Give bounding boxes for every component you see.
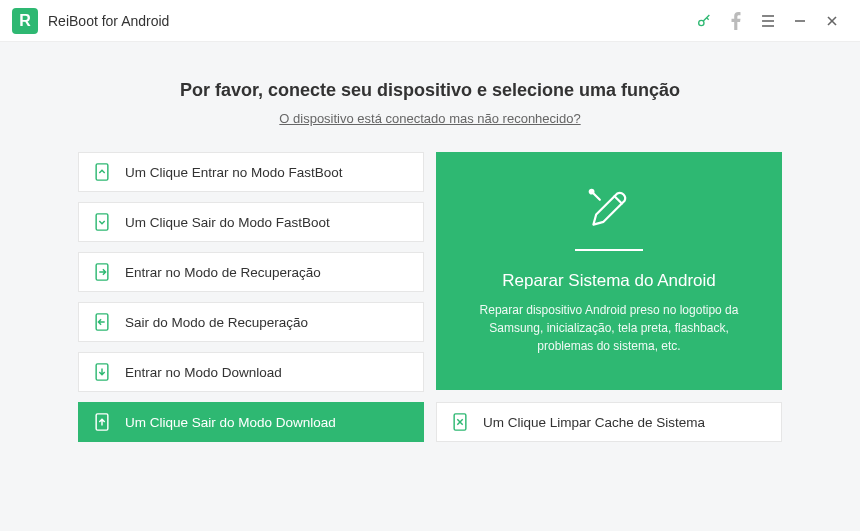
exit-recovery-button[interactable]: Sair do Modo de Recuperação	[78, 302, 424, 342]
logo-letter: R	[19, 12, 31, 30]
exit-download-button[interactable]: Um Clique Sair do Modo Download	[78, 402, 424, 442]
options-grid: Um Clique Entrar no Modo FastBoot Um Cli…	[78, 152, 782, 442]
repair-column: Reparar Sistema do Android Reparar dispo…	[436, 152, 782, 442]
app-logo: R	[12, 8, 38, 34]
option-label: Entrar no Modo Download	[125, 365, 282, 380]
close-button[interactable]	[816, 5, 848, 37]
svg-rect-7	[96, 164, 108, 180]
exit-fastboot-button[interactable]: Um Clique Sair do Modo FastBoot	[78, 202, 424, 242]
phone-recovery-in-icon	[93, 263, 111, 281]
option-label: Sair do Modo de Recuperação	[125, 315, 308, 330]
enter-recovery-button[interactable]: Entrar no Modo de Recuperação	[78, 252, 424, 292]
repair-title: Reparar Sistema do Android	[502, 271, 716, 291]
menu-icon[interactable]	[752, 5, 784, 37]
card-divider	[575, 249, 643, 251]
option-label: Um Clique Entrar no Modo FastBoot	[125, 165, 343, 180]
enter-download-button[interactable]: Entrar no Modo Download	[78, 352, 424, 392]
phone-clear-icon	[451, 413, 469, 431]
clear-cache-button[interactable]: Um Clique Limpar Cache de Sistema	[436, 402, 782, 442]
app-title: ReiBoot for Android	[48, 13, 169, 29]
tools-icon	[587, 187, 631, 235]
svg-rect-8	[96, 214, 108, 230]
device-not-recognized-link[interactable]: O dispositivo está conectado mas não rec…	[78, 111, 782, 126]
enter-fastboot-button[interactable]: Um Clique Entrar no Modo FastBoot	[78, 152, 424, 192]
option-label: Um Clique Sair do Modo FastBoot	[125, 215, 330, 230]
page-headline: Por favor, conecte seu dispositivo e sel…	[78, 80, 782, 101]
svg-point-0	[699, 20, 704, 25]
phone-download-in-icon	[93, 363, 111, 381]
option-label: Um Clique Sair do Modo Download	[125, 415, 336, 430]
svg-point-13	[590, 190, 594, 194]
option-label: Entrar no Modo de Recuperação	[125, 265, 321, 280]
phone-download-out-icon	[93, 413, 111, 431]
repair-system-card[interactable]: Reparar Sistema do Android Reparar dispo…	[436, 152, 782, 390]
mode-options-column: Um Clique Entrar no Modo FastBoot Um Cli…	[78, 152, 424, 442]
phone-arrow-up-icon	[93, 163, 111, 181]
option-label: Um Clique Limpar Cache de Sistema	[483, 415, 705, 430]
minimize-button[interactable]	[784, 5, 816, 37]
key-icon[interactable]	[688, 5, 720, 37]
phone-recovery-out-icon	[93, 313, 111, 331]
main-content: Por favor, conecte seu dispositivo e sel…	[0, 42, 860, 442]
facebook-icon[interactable]	[720, 5, 752, 37]
titlebar: R ReiBoot for Android	[0, 0, 860, 42]
repair-description: Reparar dispositivo Android preso no log…	[464, 301, 754, 355]
phone-arrow-down-icon	[93, 213, 111, 231]
